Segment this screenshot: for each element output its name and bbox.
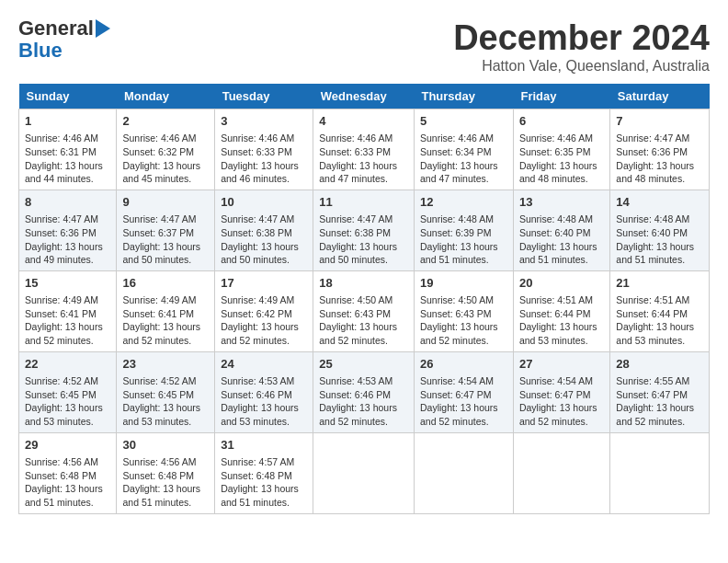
day-number: 29: [25, 437, 110, 454]
day-number: 17: [221, 275, 307, 292]
day-cell: 4Sunrise: 4:46 AM Sunset: 6:33 PM Daylig…: [313, 109, 415, 190]
day-cell: 12Sunrise: 4:48 AM Sunset: 6:39 PM Dayli…: [414, 190, 513, 270]
day-number: 7: [616, 113, 703, 130]
day-number: 2: [122, 113, 209, 130]
header-saturday: Saturday: [610, 84, 710, 109]
day-info: Sunrise: 4:49 AM Sunset: 6:41 PM Dayligh…: [25, 293, 110, 348]
day-info: Sunrise: 4:47 AM Sunset: 6:36 PM Dayligh…: [25, 213, 110, 267]
logo-text-blue: Blue: [18, 39, 63, 63]
logo-text-general: General: [18, 18, 94, 39]
day-number: 4: [319, 113, 408, 130]
header-monday: Monday: [117, 84, 215, 109]
day-cell: 6Sunrise: 4:46 AM Sunset: 6:35 PM Daylig…: [513, 109, 609, 190]
day-number: 3: [221, 113, 307, 130]
day-info: Sunrise: 4:52 AM Sunset: 6:45 PM Dayligh…: [25, 374, 110, 429]
day-cell: 28Sunrise: 4:55 AM Sunset: 6:47 PM Dayli…: [610, 351, 710, 432]
week-row-2: 8Sunrise: 4:47 AM Sunset: 6:36 PM Daylig…: [19, 190, 710, 270]
header-thursday: Thursday: [414, 84, 513, 109]
day-cell: 30Sunrise: 4:56 AM Sunset: 6:48 PM Dayli…: [117, 432, 215, 513]
day-cell: [513, 432, 609, 513]
logo: General Blue: [18, 18, 110, 63]
day-cell: 31Sunrise: 4:57 AM Sunset: 6:48 PM Dayli…: [215, 432, 313, 513]
title-section: December 2024 Hatton Vale, Queensland, A…: [453, 18, 710, 75]
day-info: Sunrise: 4:57 AM Sunset: 6:48 PM Dayligh…: [221, 455, 307, 510]
day-info: Sunrise: 4:51 AM Sunset: 6:44 PM Dayligh…: [616, 293, 703, 348]
day-info: Sunrise: 4:47 AM Sunset: 6:38 PM Dayligh…: [319, 213, 408, 267]
header-tuesday: Tuesday: [215, 84, 313, 109]
day-cell: [610, 432, 710, 513]
day-cell: 20Sunrise: 4:51 AM Sunset: 6:44 PM Dayli…: [513, 270, 609, 351]
day-number: 12: [420, 194, 507, 211]
day-cell: 14Sunrise: 4:48 AM Sunset: 6:40 PM Dayli…: [610, 190, 710, 270]
day-info: Sunrise: 4:46 AM Sunset: 6:33 PM Dayligh…: [319, 132, 408, 186]
week-row-5: 29Sunrise: 4:56 AM Sunset: 6:48 PM Dayli…: [19, 432, 710, 513]
day-info: Sunrise: 4:48 AM Sunset: 6:40 PM Dayligh…: [616, 213, 703, 267]
day-number: 28: [616, 356, 703, 373]
day-info: Sunrise: 4:46 AM Sunset: 6:35 PM Dayligh…: [519, 132, 604, 186]
day-cell: 10Sunrise: 4:47 AM Sunset: 6:38 PM Dayli…: [215, 190, 313, 270]
day-cell: 25Sunrise: 4:53 AM Sunset: 6:46 PM Dayli…: [313, 351, 415, 432]
day-info: Sunrise: 4:53 AM Sunset: 6:46 PM Dayligh…: [319, 374, 408, 429]
week-row-4: 22Sunrise: 4:52 AM Sunset: 6:45 PM Dayli…: [19, 351, 710, 432]
month-title: December 2024: [453, 18, 710, 58]
logo-arrow-icon: [96, 19, 110, 38]
day-info: Sunrise: 4:49 AM Sunset: 6:41 PM Dayligh…: [122, 293, 209, 348]
day-number: 9: [122, 194, 209, 211]
day-info: Sunrise: 4:46 AM Sunset: 6:31 PM Dayligh…: [25, 132, 110, 186]
day-info: Sunrise: 4:46 AM Sunset: 6:33 PM Dayligh…: [221, 132, 307, 186]
day-info: Sunrise: 4:50 AM Sunset: 6:43 PM Dayligh…: [420, 293, 507, 348]
day-number: 8: [25, 194, 110, 211]
day-cell: 11Sunrise: 4:47 AM Sunset: 6:38 PM Dayli…: [313, 190, 415, 270]
day-info: Sunrise: 4:47 AM Sunset: 6:36 PM Dayligh…: [616, 132, 703, 186]
day-cell: 7Sunrise: 4:47 AM Sunset: 6:36 PM Daylig…: [610, 109, 710, 190]
day-cell: 24Sunrise: 4:53 AM Sunset: 6:46 PM Dayli…: [215, 351, 313, 432]
day-cell: 22Sunrise: 4:52 AM Sunset: 6:45 PM Dayli…: [19, 351, 117, 432]
day-number: 31: [221, 437, 307, 454]
day-cell: 26Sunrise: 4:54 AM Sunset: 6:47 PM Dayli…: [414, 351, 513, 432]
header-wednesday: Wednesday: [313, 84, 415, 109]
week-row-3: 15Sunrise: 4:49 AM Sunset: 6:41 PM Dayli…: [19, 270, 710, 351]
day-info: Sunrise: 4:50 AM Sunset: 6:43 PM Dayligh…: [319, 293, 408, 348]
page-header: General Blue December 2024 Hatton Vale, …: [18, 18, 710, 75]
header-sunday: Sunday: [19, 84, 117, 109]
day-number: 21: [616, 275, 703, 292]
day-cell: [313, 432, 415, 513]
day-cell: 15Sunrise: 4:49 AM Sunset: 6:41 PM Dayli…: [19, 270, 117, 351]
header-friday: Friday: [513, 84, 609, 109]
day-info: Sunrise: 4:56 AM Sunset: 6:48 PM Dayligh…: [25, 455, 110, 510]
day-cell: 3Sunrise: 4:46 AM Sunset: 6:33 PM Daylig…: [215, 109, 313, 190]
calendar-table: SundayMondayTuesdayWednesdayThursdayFrid…: [18, 84, 710, 514]
week-row-1: 1Sunrise: 4:46 AM Sunset: 6:31 PM Daylig…: [19, 109, 710, 190]
day-cell: 17Sunrise: 4:49 AM Sunset: 6:42 PM Dayli…: [215, 270, 313, 351]
day-info: Sunrise: 4:46 AM Sunset: 6:34 PM Dayligh…: [420, 132, 507, 186]
day-number: 26: [420, 356, 507, 373]
day-cell: 18Sunrise: 4:50 AM Sunset: 6:43 PM Dayli…: [313, 270, 415, 351]
day-number: 5: [420, 113, 507, 130]
day-cell: 21Sunrise: 4:51 AM Sunset: 6:44 PM Dayli…: [610, 270, 710, 351]
day-number: 22: [25, 356, 110, 373]
day-number: 11: [319, 194, 408, 211]
day-cell: 5Sunrise: 4:46 AM Sunset: 6:34 PM Daylig…: [414, 109, 513, 190]
day-number: 23: [122, 356, 209, 373]
day-number: 19: [420, 275, 507, 292]
day-cell: 23Sunrise: 4:52 AM Sunset: 6:45 PM Dayli…: [117, 351, 215, 432]
day-cell: 2Sunrise: 4:46 AM Sunset: 6:32 PM Daylig…: [117, 109, 215, 190]
day-info: Sunrise: 4:51 AM Sunset: 6:44 PM Dayligh…: [519, 293, 604, 348]
day-info: Sunrise: 4:54 AM Sunset: 6:47 PM Dayligh…: [519, 374, 604, 429]
day-number: 20: [519, 275, 604, 292]
day-number: 1: [25, 113, 110, 130]
day-cell: 1Sunrise: 4:46 AM Sunset: 6:31 PM Daylig…: [19, 109, 117, 190]
day-number: 10: [221, 194, 307, 211]
day-cell: [414, 432, 513, 513]
day-info: Sunrise: 4:47 AM Sunset: 6:38 PM Dayligh…: [221, 213, 307, 267]
day-number: 24: [221, 356, 307, 373]
day-number: 27: [519, 356, 604, 373]
day-number: 30: [122, 437, 209, 454]
day-info: Sunrise: 4:49 AM Sunset: 6:42 PM Dayligh…: [221, 293, 307, 348]
calendar-header-row: SundayMondayTuesdayWednesdayThursdayFrid…: [19, 84, 710, 109]
day-info: Sunrise: 4:46 AM Sunset: 6:32 PM Dayligh…: [122, 132, 209, 186]
day-cell: 13Sunrise: 4:48 AM Sunset: 6:40 PM Dayli…: [513, 190, 609, 270]
day-number: 14: [616, 194, 703, 211]
day-info: Sunrise: 4:52 AM Sunset: 6:45 PM Dayligh…: [122, 374, 209, 429]
day-number: 6: [519, 113, 604, 130]
